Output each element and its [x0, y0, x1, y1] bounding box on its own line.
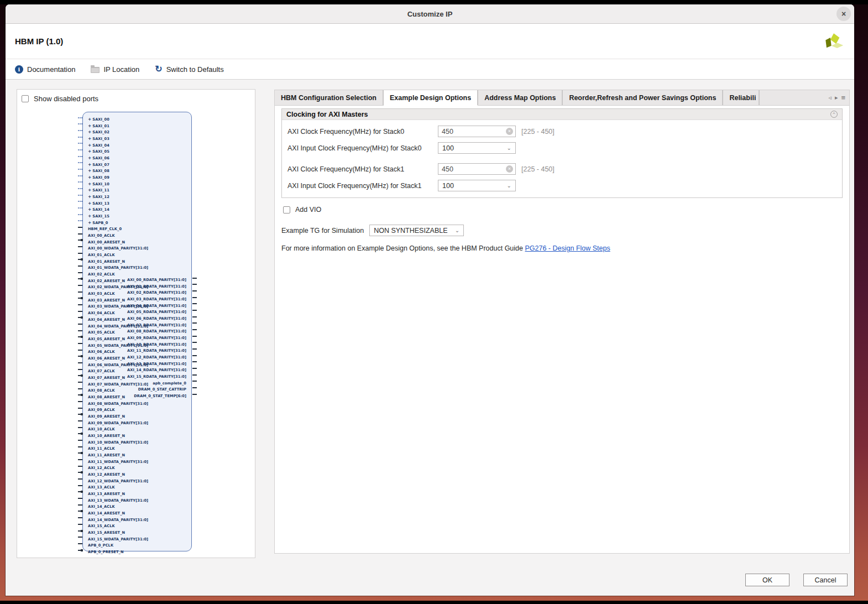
axi-clock-freq-stack1-input[interactable]: [438, 163, 516, 175]
axi-input-clock-freq-stack1-select[interactable]: 100 ⌄: [438, 180, 516, 191]
tab-label: Reorder,Refresh and Power Savings Option…: [569, 94, 716, 102]
ip-location-label: IP Location: [103, 65, 139, 74]
output-port-row: AXI_01_RDATA_PARITY[31:0]: [83, 282, 191, 288]
port-connector-icon: [78, 220, 82, 221]
axi-input-clock-freq-stack0-label: AXI Input Clock Frequency(MHz) for Stack…: [287, 144, 438, 152]
output-port-row: AXI_15_RDATA_PARITY[31:0]: [83, 372, 191, 378]
cancel-button[interactable]: Cancel: [803, 574, 848, 586]
chevron-down-icon: ⌄: [455, 227, 459, 233]
port-connector-icon: [78, 278, 82, 279]
port-connector-icon: [78, 524, 82, 525]
port-connector-icon: [78, 362, 82, 363]
port-connector-icon: [192, 336, 197, 337]
input-port-row: AXI_12_WDATA_PARITY[31:0]: [83, 476, 191, 483]
documentation-label: Documentation: [27, 65, 75, 74]
input-port-row: +SAXI_14: [83, 205, 191, 211]
add-vio-checkbox[interactable]: [283, 206, 290, 214]
axi-input-clock-freq-stack1-label: AXI Input Clock Frequency(MHz) for Stack…: [287, 182, 438, 190]
clear-input-icon[interactable]: ×: [506, 165, 513, 173]
input-port-row: AXI_09_ACLK: [83, 405, 191, 412]
window-titlebar: Customize IP ×: [6, 4, 854, 24]
port-connector-icon: [78, 265, 82, 267]
axi-clock-freq-stack0-label: AXI Clock Frequency(MHz) for Stack0: [287, 128, 438, 136]
input-port-row: +SAPB_0: [83, 218, 191, 225]
tab-scroll-controls: ◃ ▸ ≡: [824, 90, 849, 105]
clocking-section-header: Clocking for AXI Masters ^: [282, 109, 842, 120]
port-connector-icon: [78, 233, 82, 235]
port-connector-icon: [78, 543, 82, 544]
customize-ip-dialog: Customize IP × HBM IP (1.0) i Documentat…: [6, 4, 854, 596]
show-disabled-ports-checkbox[interactable]: [22, 95, 29, 102]
port-connector-icon: [78, 207, 82, 209]
port-connector-icon: [78, 401, 82, 402]
port-connector-icon: [192, 310, 197, 311]
port-connector-icon: [78, 175, 82, 176]
ok-button[interactable]: OK: [745, 574, 789, 586]
info-text: For more information on Example Design O…: [281, 244, 525, 252]
ip-location-button[interactable]: IP Location: [91, 65, 139, 74]
port-connector-icon: [78, 537, 82, 538]
form-row: AXI Input Clock Frequency(MHz) for Stack…: [287, 180, 836, 191]
axi-input-clock-freq-stack0-select[interactable]: 100 ⌄: [438, 142, 516, 154]
port-label: APB_0_PRESET_N: [88, 550, 124, 554]
port-connector-icon: [78, 375, 82, 376]
tab-address-map-options[interactable]: Address Map Options: [478, 90, 563, 105]
output-port-row: AXI_09_RDATA_PARITY[31:0]: [83, 333, 191, 340]
port-connector-icon: [192, 329, 197, 330]
port-connector-icon: [78, 137, 82, 138]
output-port-row: DRAM_0_STAT_TEMP[6:0]: [83, 391, 191, 398]
port-connector-icon: [78, 478, 82, 480]
input-port-row: AXI_00_ARESET_N: [83, 237, 191, 244]
port-connector-icon: [78, 162, 82, 163]
port-connector-icon: [78, 123, 82, 124]
port-connector-icon: [78, 459, 82, 460]
switch-to-defaults-button[interactable]: ↻ Switch to Defaults: [155, 65, 223, 74]
input-port-row: +SAXI_12: [83, 192, 191, 199]
output-port-row: AXI_12_RDATA_PARITY[31:0]: [83, 352, 191, 359]
input-port-row: AXI_09_ARESET_N: [83, 412, 191, 418]
port-connector-icon: [78, 324, 82, 325]
input-port-row: AXI_00_WDATA_PARITY[31:0]: [83, 243, 191, 250]
refresh-icon: ↻: [155, 65, 162, 73]
tab-reorder-refresh-power-savings[interactable]: Reorder,Refresh and Power Savings Option…: [563, 90, 723, 105]
folder-icon: [91, 67, 100, 73]
output-port-row: apb_complete_0: [83, 378, 191, 385]
tab-hbm-configuration-selection[interactable]: HBM Configuration Selection: [275, 90, 384, 105]
input-port-row: AXI_13_ARESET_N: [83, 489, 191, 496]
xilinx-logo-icon: [823, 32, 844, 51]
collapse-section-icon[interactable]: ^: [830, 111, 838, 118]
tab-label: Example Design Options: [390, 94, 471, 102]
output-port-row: AXI_00_RDATA_PARITY[31:0]: [83, 275, 191, 282]
port-connector-icon: [78, 433, 82, 434]
pg276-link[interactable]: PG276 - Design Flow Steps: [525, 244, 610, 252]
input-port-row: +SAXI_04: [83, 140, 191, 147]
close-icon: ×: [841, 9, 846, 18]
input-port-row: AXI_11_WDATA_PARITY[31:0]: [83, 457, 191, 464]
info-row: For more information on Example Design O…: [281, 244, 843, 252]
tab-menu-icon[interactable]: ≡: [841, 94, 845, 101]
clear-input-icon[interactable]: ×: [506, 128, 513, 135]
example-tg-select[interactable]: NON SYNTHESIZABLE ⌄: [369, 225, 464, 236]
port-connector-icon: [78, 239, 82, 241]
tab-example-design-options[interactable]: Example Design Options: [384, 90, 478, 106]
port-connector-icon: [192, 374, 197, 376]
port-connector-icon: [78, 143, 82, 144]
input-port-row: +SAXI_01: [83, 121, 191, 128]
port-connector-icon: [192, 278, 197, 279]
tab-reliability[interactable]: Reliabili: [723, 90, 760, 105]
input-port-row: +SAXI_10: [83, 179, 191, 186]
tab-scroll-left-icon[interactable]: ◃: [828, 95, 832, 101]
form-row: AXI Clock Frequency(MHz) for Stack1 × [2…: [287, 163, 836, 175]
window-close-button[interactable]: ×: [836, 7, 851, 21]
port-connector-icon: [78, 317, 82, 318]
output-port-row: AXI_11_RDATA_PARITY[31:0]: [83, 346, 191, 352]
documentation-button[interactable]: i Documentation: [15, 65, 75, 74]
port-connector-icon: [78, 356, 82, 357]
input-port-row: AXI_08_WDATA_PARITY[31:0]: [83, 399, 191, 405]
input-port-row: AXI_13_WDATA_PARITY[31:0]: [83, 496, 191, 502]
axi-clock-freq-stack0-input[interactable]: [438, 126, 516, 137]
tab-scroll-right-icon[interactable]: ▸: [835, 95, 838, 101]
port-connector-icon: [78, 388, 82, 389]
output-port-row: AXI_02_RDATA_PARITY[31:0]: [83, 288, 191, 294]
port-connector-icon: [78, 291, 82, 293]
